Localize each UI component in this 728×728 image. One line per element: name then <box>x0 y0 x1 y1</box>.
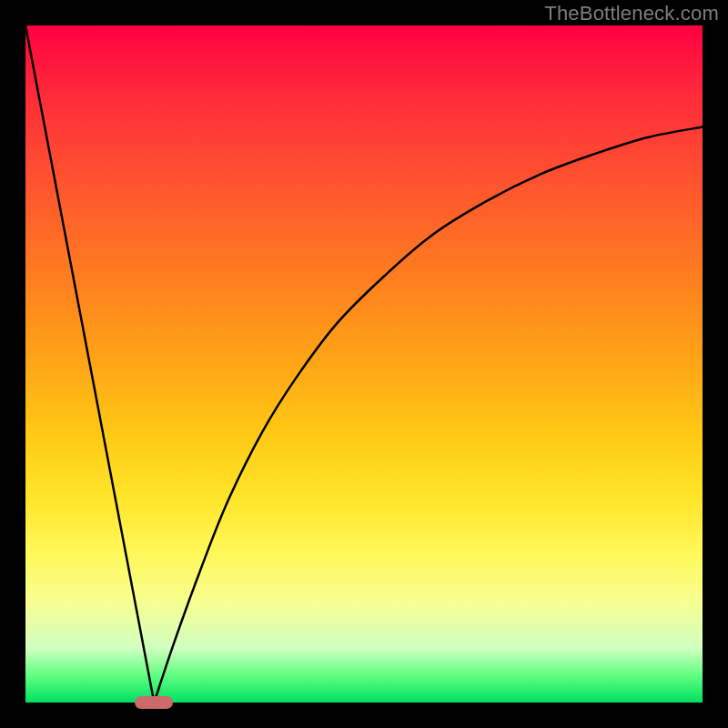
bottleneck-curve <box>25 25 703 703</box>
curve-path <box>25 25 703 703</box>
plot-area <box>25 25 703 703</box>
chart-frame: TheBottleneck.com <box>0 0 728 728</box>
optimum-marker <box>135 696 173 709</box>
watermark-text: TheBottleneck.com <box>544 2 719 25</box>
